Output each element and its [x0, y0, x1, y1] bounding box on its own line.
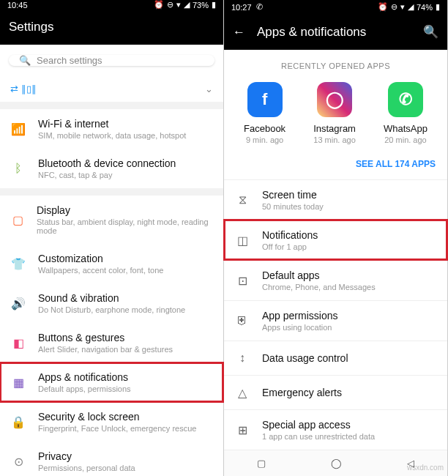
app-time: 20 min. ago [384, 135, 428, 144]
item-title: App permissions [262, 310, 338, 321]
item-title: Emergency alerts [262, 387, 342, 398]
settings-item-privacy[interactable]: ⊙PrivacyPermissions, personal data [0, 442, 223, 476]
sim-icon: ⇄ [10, 83, 18, 94]
signal-icon: ◢ [184, 0, 190, 10]
settings-item-data-usage-control[interactable]: ↕Data usage control [224, 341, 447, 375]
alarm-icon: ⏰ [378, 2, 388, 12]
settings-item-special-app-access[interactable]: ⊞Special app access1 app can use unrestr… [224, 409, 447, 450]
settings-item-display[interactable]: ▢DisplayStatus bar, ambient display, nig… [0, 196, 223, 244]
item-title: Apps & notifications [38, 371, 131, 383]
item-icon: ⧖ [234, 192, 250, 208]
settings-item-wi-fi-internet[interactable]: 📶Wi-Fi & internetSIM, mobile network, da… [0, 109, 223, 149]
item-subtitle: Chrome, Phone, and Messages [262, 283, 376, 291]
item-icon: ⊞ [234, 422, 250, 438]
search-icon: 🔍 [19, 55, 31, 66]
wifi-icon: ▾ [400, 2, 405, 12]
battery-pct: 74% [417, 3, 433, 12]
battery-icon: ▮ [436, 2, 440, 12]
item-title: Privacy [38, 450, 135, 462]
item-title: Display [37, 204, 213, 216]
see-all-apps[interactable]: SEE ALL 174 APPS [224, 152, 447, 179]
search-input[interactable]: 🔍 Search settings [9, 55, 214, 66]
quick-toggle-row[interactable]: ⇄ ∥▯∥ ⌄ [0, 76, 223, 102]
item-subtitle: Do Not Disturb, earphone mode, ringtone [38, 305, 185, 314]
nav-home-icon[interactable]: ◯ [331, 458, 342, 469]
settings-item-default-apps[interactable]: ⊡Default appsChrome, Phone, and Messages [224, 260, 447, 300]
item-subtitle: Default apps, permissions [38, 384, 131, 393]
item-icon: ᛒ [10, 160, 26, 176]
item-title: Notifications [262, 229, 318, 241]
item-icon: ▢ [10, 212, 25, 228]
item-title: Data usage control [262, 352, 348, 364]
item-subtitle: Off for 1 app [262, 242, 318, 251]
app-icon: ◯ [317, 82, 352, 117]
app-name: WhatsApp [384, 123, 428, 134]
item-icon: 📶 [10, 121, 26, 137]
app-time: 9 min. ago [244, 135, 285, 144]
status-icons: ⏰ ⊖ ▾ ◢ 73% ▮ [154, 0, 216, 10]
item-icon: ⊡ [234, 272, 250, 289]
item-icon: △ [234, 384, 250, 401]
settings-item-buttons-gestures[interactable]: ◧Buttons & gesturesAlert Slider, navigat… [0, 323, 223, 362]
item-subtitle: Fingerprint, Face Unlock, emergency resc… [38, 424, 196, 433]
nav-back-icon[interactable]: ▢ [257, 458, 266, 469]
item-title: Wi-Fi & internet [38, 118, 186, 130]
header: ← Apps & notifications 🔍 [224, 14, 447, 50]
settings-item-bluetooth-device-connection[interactable]: ᛒBluetooth & device connectionNFC, cast,… [0, 149, 223, 188]
item-title: Security & lock screen [38, 411, 196, 423]
item-icon: ◧ [10, 335, 26, 351]
item-title: Special app access [262, 419, 375, 431]
app-icon: f [247, 82, 283, 117]
item-icon: ⛨ [234, 313, 250, 329]
settings-item-screen-time[interactable]: ⧖Screen time50 minutes today [224, 179, 447, 220]
item-subtitle: Wallpapers, accent color, font, tone [38, 266, 163, 275]
battery-icon: ▮ [212, 0, 216, 10]
settings-item-security-lock-screen[interactable]: 🔒Security & lock screenFingerprint, Face… [0, 402, 223, 442]
settings-list: ⧖Screen time50 minutes today◫Notificatio… [224, 179, 447, 450]
item-icon: ▦ [10, 374, 26, 390]
battery-pct: 73% [193, 1, 209, 10]
item-title: Buttons & gestures [38, 332, 173, 343]
wifi-icon: ▾ [176, 0, 181, 10]
settings-item-apps-notifications[interactable]: ▦Apps & notificationsDefault apps, permi… [0, 362, 223, 402]
phone-settings: 10:45 ⏰ ⊖ ▾ ◢ 73% ▮ Settings 🔍 Search se… [0, 0, 224, 476]
settings-item-notifications[interactable]: ◫NotificationsOff for 1 app [224, 220, 447, 260]
item-icon: ◫ [234, 232, 250, 248]
item-title: Screen time [262, 189, 324, 201]
status-time: 10:45 [7, 1, 28, 10]
item-subtitle: Alert Slider, navigation bar & gestures [38, 345, 173, 354]
item-subtitle: Apps using location [262, 323, 338, 332]
item-subtitle: 1 app can use unrestricted data [262, 432, 375, 441]
item-subtitle: Permissions, personal data [38, 464, 135, 472]
recent-app-facebook[interactable]: fFacebook9 min. ago [244, 82, 285, 144]
back-icon[interactable]: ← [233, 25, 245, 40]
watermark: wsxdn.com [407, 464, 444, 472]
settings-item-customization[interactable]: 👕CustomizationWallpapers, accent color, … [0, 244, 223, 283]
settings-item-emergency-alerts[interactable]: △Emergency alerts [224, 375, 447, 409]
status-time: 10:27 [231, 3, 252, 12]
settings-item-sound-vibration[interactable]: 🔊Sound & vibrationDo Not Disturb, earpho… [0, 283, 223, 323]
item-subtitle: 50 minutes today [262, 202, 324, 211]
status-icons: ⏰ ⊖ ▾ ◢ 74% ▮ [378, 2, 440, 12]
recent-app-whatsapp[interactable]: ✆WhatsApp20 min. ago [384, 82, 428, 144]
app-time: 13 min. ago [313, 135, 356, 144]
settings-item-app-permissions[interactable]: ⛨App permissionsApps using location [224, 300, 447, 341]
item-icon: ↕ [234, 350, 250, 366]
dnd-icon: ⊖ [391, 2, 397, 12]
recent-app-instagram[interactable]: ◯Instagram13 min. ago [313, 82, 356, 144]
app-icon: ✆ [388, 82, 423, 117]
item-title: Sound & vibration [38, 292, 185, 304]
page-title: Settings [0, 10, 223, 45]
chevron-down-icon: ⌄ [205, 83, 213, 94]
status-bar: 10:27 ✆ ⏰ ⊖ ▾ ◢ 74% ▮ [224, 0, 447, 14]
signal-icon: ◢ [408, 2, 414, 12]
item-subtitle: NFC, cast, tap & pay [38, 171, 176, 179]
alarm-icon: ⏰ [154, 0, 164, 10]
search-icon[interactable]: 🔍 [423, 24, 438, 40]
item-icon: 🔊 [10, 295, 26, 311]
phone-apps-notifications: 10:27 ✆ ⏰ ⊖ ▾ ◢ 74% ▮ ← Apps & notificat… [224, 0, 448, 476]
app-name: Instagram [313, 123, 356, 134]
item-subtitle: SIM, mobile network, data usage, hotspot [38, 131, 186, 140]
item-title: Default apps [262, 269, 376, 281]
search-placeholder: Search settings [37, 55, 102, 66]
